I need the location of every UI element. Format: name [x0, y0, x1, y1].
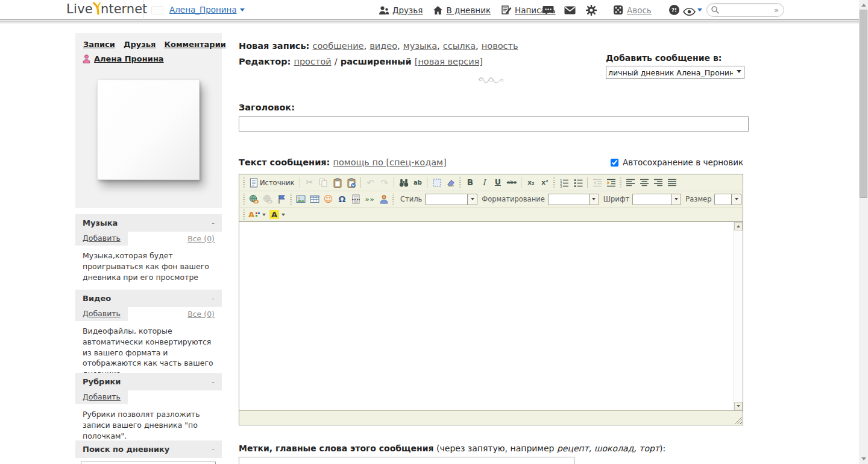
nav-link-friends[interactable]: Друзья	[124, 40, 156, 49]
search-submit-button[interactable]: »	[774, 5, 779, 14]
smiley-button[interactable]: ☺	[322, 193, 335, 206]
unlink-button[interactable]	[261, 193, 274, 206]
align-left-button[interactable]	[624, 176, 637, 189]
link-button[interactable]	[247, 193, 260, 206]
post-title-input[interactable]	[239, 116, 749, 132]
copy-button[interactable]	[317, 176, 330, 189]
nav-link-comments[interactable]: Комментарии	[164, 40, 225, 49]
add-video-link[interactable]: Добавить	[83, 309, 121, 318]
settings-button[interactable]	[586, 5, 597, 16]
search-input[interactable]	[720, 6, 774, 14]
source-button[interactable]: Источник	[247, 176, 297, 189]
select-all-button[interactable]	[430, 176, 443, 189]
outdent-button[interactable]	[591, 176, 603, 189]
italic-button[interactable]: I	[477, 176, 490, 189]
toolbar-handle[interactable]	[290, 194, 292, 205]
visibility-button[interactable]	[683, 7, 696, 18]
editor-scrollbar[interactable]	[734, 222, 743, 410]
format-combo-field[interactable]	[548, 194, 589, 205]
font-combo[interactable]	[632, 194, 681, 205]
toolbar-handle[interactable]	[392, 194, 394, 205]
align-justify-button[interactable]	[665, 176, 678, 189]
toolbar-handle[interactable]	[243, 209, 245, 220]
new-post-link-music[interactable]: музыка	[403, 41, 437, 51]
size-combo-arrow[interactable]	[731, 194, 741, 205]
format-combo[interactable]	[548, 194, 599, 205]
style-combo-field[interactable]	[425, 194, 467, 205]
superscript-button[interactable]: x²	[538, 176, 551, 189]
editor-scroll-up-button[interactable]	[734, 222, 743, 230]
bold-button[interactable]: B	[464, 176, 476, 189]
strikethrough-button[interactable]: abc	[505, 176, 518, 189]
collapse-link[interactable]: -	[212, 445, 215, 454]
paste-button[interactable]	[331, 176, 344, 189]
undo-button[interactable]: ↶	[364, 176, 377, 189]
menu-item-diary[interactable]: В дневник	[433, 5, 491, 15]
add-to-select[interactable]: личный дневник Алена_Пронина	[606, 66, 744, 79]
all-music-link[interactable]: Все (0)	[187, 234, 222, 243]
editor-new-version-link[interactable]: [новая версия]	[415, 57, 483, 66]
new-post-link-url[interactable]: ссылка	[443, 41, 476, 51]
replace-button[interactable]: ab	[411, 176, 424, 189]
style-combo-arrow[interactable]	[467, 194, 477, 205]
indent-button[interactable]	[605, 176, 617, 189]
toolbar-handle[interactable]	[553, 177, 555, 188]
image-button[interactable]	[294, 193, 307, 206]
size-combo[interactable]	[714, 194, 741, 205]
text-color-button[interactable]: A	[247, 209, 268, 220]
user-tag-button[interactable]	[377, 193, 390, 206]
toolbar-handle[interactable]	[620, 177, 621, 188]
toolbar-handle[interactable]	[243, 194, 245, 205]
align-right-button[interactable]	[652, 176, 664, 189]
comments-button[interactable]	[542, 5, 554, 15]
font-combo-field[interactable]	[632, 194, 671, 205]
editor-simple-link[interactable]: простой	[294, 57, 331, 66]
bg-color-button[interactable]: A	[268, 209, 287, 220]
font-combo-arrow[interactable]	[671, 194, 681, 205]
page-break-button[interactable]	[350, 193, 362, 206]
scrollbar-down-arrow-icon[interactable]	[861, 457, 866, 460]
more-buttons-button[interactable]: »»	[363, 193, 376, 206]
align-center-button[interactable]	[638, 176, 650, 189]
anchor-button[interactable]	[275, 193, 288, 206]
toolbar-handle[interactable]	[459, 177, 461, 188]
editor-scroll-down-button[interactable]	[734, 402, 743, 410]
user-dropdown-caret-icon[interactable]	[240, 8, 245, 11]
friends-link[interactable]: Друзья	[392, 5, 423, 15]
logo[interactable]: Live nternet	[66, 2, 147, 16]
collapse-link[interactable]: -	[212, 218, 215, 227]
all-video-link[interactable]: Все (0)	[187, 310, 222, 319]
new-post-link-news[interactable]: новость	[482, 41, 518, 51]
cut-button[interactable]: ✂	[303, 176, 316, 189]
collapse-link[interactable]: -	[212, 377, 215, 386]
autosave-checkbox[interactable]	[611, 159, 618, 167]
table-button[interactable]	[308, 193, 321, 206]
avos-link[interactable]: Авось	[627, 5, 652, 15]
editor-content-area[interactable]	[239, 221, 743, 410]
nav-link-posts[interactable]: Записи	[83, 40, 115, 49]
diary-search-input[interactable]	[81, 462, 216, 464]
spec-codes-help-link[interactable]: помощь по [спец-кодам]	[333, 157, 447, 167]
toolbar-handle[interactable]	[243, 177, 245, 188]
subscript-button[interactable]: x₂	[524, 176, 537, 189]
diary-link[interactable]: В дневник	[446, 5, 491, 15]
size-combo-field[interactable]	[714, 194, 731, 205]
add-rubric-link[interactable]: Добавить	[83, 392, 121, 401]
bulleted-list-button[interactable]	[571, 176, 584, 189]
collapse-link[interactable]: -	[212, 294, 215, 303]
visibility-dropdown-caret-icon[interactable]	[697, 8, 702, 11]
special-char-button[interactable]: Ω	[336, 193, 348, 206]
scrollbar-thumb[interactable]	[860, 10, 867, 198]
remove-format-button[interactable]	[444, 176, 457, 189]
resize-grip-icon[interactable]	[734, 416, 742, 424]
style-combo[interactable]	[425, 194, 477, 205]
redo-button[interactable]: ↷	[378, 176, 391, 189]
numbered-list-button[interactable]: 123	[558, 176, 570, 189]
underline-button[interactable]: U	[491, 176, 504, 189]
tags-input[interactable]	[239, 457, 574, 464]
profile-name-link[interactable]: Алена Пронина	[94, 54, 164, 63]
help-badge-icon[interactable]: ?!	[669, 5, 679, 15]
add-music-link[interactable]: Добавить	[83, 234, 121, 243]
paste-from-word-button[interactable]	[345, 176, 357, 189]
menu-item-friends[interactable]: Друзья	[378, 5, 423, 15]
